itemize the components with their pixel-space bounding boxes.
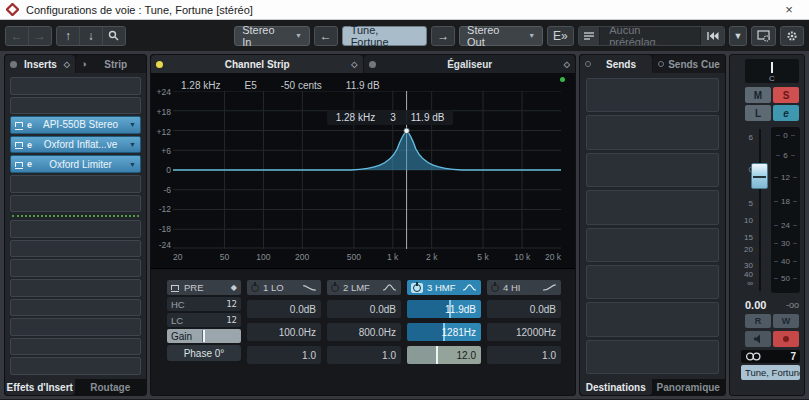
power-icon[interactable]	[251, 284, 259, 292]
solo-button[interactable]: S	[773, 87, 799, 103]
band-1-gain-field[interactable]: 0.0dB	[247, 300, 321, 318]
band-2-freq-field[interactable]: 800.0Hz	[327, 323, 401, 341]
listen-button[interactable]: L	[745, 105, 771, 121]
preset-name-placeholder[interactable]: Aucun préréglag.	[600, 26, 700, 46]
insert-slot-empty[interactable]	[10, 338, 141, 356]
band-3-freq-field[interactable]: 1281Hz	[407, 323, 481, 341]
input-routing-select[interactable]: Stereo In ▼	[234, 26, 310, 46]
insert-slot-empty[interactable]	[10, 175, 141, 193]
send-slot[interactable]	[586, 78, 719, 112]
channel-up-icon[interactable]: ↑	[57, 27, 80, 45]
edit-plugin-icon[interactable]: e	[27, 120, 32, 130]
power-icon[interactable]	[411, 283, 423, 293]
insert-slot-empty[interactable]	[10, 357, 141, 375]
send-slot[interactable]	[586, 115, 719, 149]
insert-slot-empty[interactable]	[10, 279, 141, 297]
edit-plugin-icon[interactable]: e	[27, 140, 32, 150]
band-4-gain-field[interactable]: 0.0dB	[487, 300, 561, 318]
meter-peak-value[interactable]: -oo	[786, 300, 799, 310]
close-button[interactable]: ×	[775, 2, 803, 17]
pre-post-fader-divider[interactable]	[12, 215, 139, 217]
band-2-header[interactable]: 2 LMF	[327, 280, 401, 295]
bypass-icon[interactable]	[15, 142, 23, 147]
tab-effets-insert[interactable]: Effets d'Insert	[5, 379, 75, 395]
bypass-icon[interactable]	[15, 162, 23, 167]
chevron-down-icon[interactable]: ▼	[129, 121, 136, 128]
insert-slot-empty[interactable]	[10, 318, 141, 336]
band-1-freq-field[interactable]: 100.0Hz	[247, 323, 321, 341]
channel-name-field[interactable]: Tune, Fortune	[342, 26, 428, 46]
pan-control[interactable]: C	[745, 59, 799, 83]
insert-slot-plugin[interactable]: e Oxford Limiter ▼	[10, 155, 141, 173]
forward-arrow-icon[interactable]: →	[29, 27, 52, 45]
insert-slot-empty[interactable]	[10, 299, 141, 317]
band-3-q-field[interactable]: 12.0	[407, 346, 481, 364]
preset-list-icon[interactable]	[579, 27, 601, 45]
insert-slot-plugin[interactable]: e Oxford Inflat...ve ▼	[10, 136, 141, 154]
insert-slot-empty[interactable]	[10, 77, 141, 95]
fader-handle[interactable]	[751, 163, 768, 189]
read-automation-button[interactable]: R	[745, 314, 771, 328]
fader-value[interactable]: 0.00	[745, 299, 766, 311]
tab-routage[interactable]: Routage	[76, 379, 146, 395]
back-arrow-icon[interactable]: ←	[6, 27, 29, 45]
bypass-icon[interactable]	[15, 122, 23, 127]
high-cut-row[interactable]: HC 12	[167, 297, 241, 311]
insert-slot-empty[interactable]	[10, 97, 141, 115]
prev-channel-button[interactable]: ←	[314, 26, 338, 46]
chevron-down-icon[interactable]: ▼	[129, 161, 136, 168]
write-automation-button[interactable]: W	[773, 314, 799, 328]
bypass-icon[interactable]	[171, 285, 179, 290]
insert-slot-plugin[interactable]: e API-550B Stereo ▼	[10, 116, 141, 134]
send-slot[interactable]	[586, 190, 719, 224]
tab-inserts[interactable]: Inserts ◇	[5, 55, 75, 73]
band-4-q-field[interactable]: 1.0	[487, 346, 561, 364]
pre-header[interactable]: PRE ◆	[167, 280, 241, 295]
gain-slider-handle[interactable]	[202, 330, 205, 342]
insert-slot-empty[interactable]	[10, 240, 141, 258]
send-slot[interactable]	[586, 265, 719, 299]
band-4-header[interactable]: 4 HI	[487, 280, 561, 295]
lc-slope-value[interactable]: 12	[226, 315, 237, 325]
eq-band-handle[interactable]	[404, 128, 410, 134]
eq-graph[interactable]: 1.28 kHz 3 11.9 dB	[173, 91, 561, 249]
power-icon[interactable]	[491, 284, 499, 292]
monitor-button[interactable]	[745, 331, 771, 347]
output-routing-select[interactable]: Stereo Out ▼	[459, 26, 543, 46]
tab-panoramique[interactable]: Panoramique	[653, 379, 725, 395]
next-channel-button[interactable]: →	[431, 26, 455, 46]
window-layout-button[interactable]	[751, 26, 776, 46]
band-2-gain-field[interactable]: 0.0dB	[327, 300, 401, 318]
gear-icon[interactable]	[780, 26, 804, 46]
send-slot[interactable]	[586, 302, 719, 336]
fader-track[interactable]	[759, 129, 761, 291]
low-cut-row[interactable]: LC 12	[167, 313, 241, 327]
band-3-header[interactable]: 3 HMF	[407, 280, 481, 295]
band-4-freq-field[interactable]: 12000Hz	[487, 323, 561, 341]
insert-slot-empty[interactable]	[10, 259, 141, 277]
phase-button[interactable]: Phase 0°	[167, 345, 241, 361]
tab-sends-cue[interactable]: Sends Cue	[653, 55, 725, 73]
eq-display[interactable]: 1.28 kHz E5 -50 cents 11.9 dB +24+18+12+…	[151, 73, 575, 269]
band-3-gain-field[interactable]: 11.9dB	[407, 300, 481, 318]
send-slot[interactable]	[586, 340, 719, 374]
band-1-q-field[interactable]: 1.0	[247, 346, 321, 364]
channel-down-icon[interactable]: ↓	[80, 27, 103, 45]
chevron-down-icon[interactable]: ▼	[129, 141, 136, 148]
pre-gain-slider[interactable]: Gain	[167, 329, 241, 343]
edit-plugin-icon[interactable]: e	[27, 159, 32, 169]
send-slot[interactable]	[586, 153, 719, 187]
hc-slope-value[interactable]: 12	[226, 299, 237, 309]
band-2-q-field[interactable]: 1.0	[327, 346, 401, 364]
band-1-header[interactable]: 1 LO	[247, 280, 321, 295]
tab-strip[interactable]: ◑ Strip	[76, 55, 146, 73]
tab-equalizer[interactable]: Égaliseur ◇	[364, 55, 576, 73]
preset-skip-icon[interactable]	[700, 27, 724, 45]
power-icon[interactable]	[331, 284, 339, 292]
insert-slot-empty[interactable]	[10, 195, 141, 213]
insert-slot-empty[interactable]	[10, 220, 141, 238]
dropdown-arrow-button[interactable]: ▼	[729, 26, 747, 46]
tab-channel-strip[interactable]: Channel Strip ◇	[151, 55, 363, 73]
search-icon[interactable]	[103, 27, 126, 45]
direct-routing-button[interactable]: E»	[547, 26, 573, 46]
